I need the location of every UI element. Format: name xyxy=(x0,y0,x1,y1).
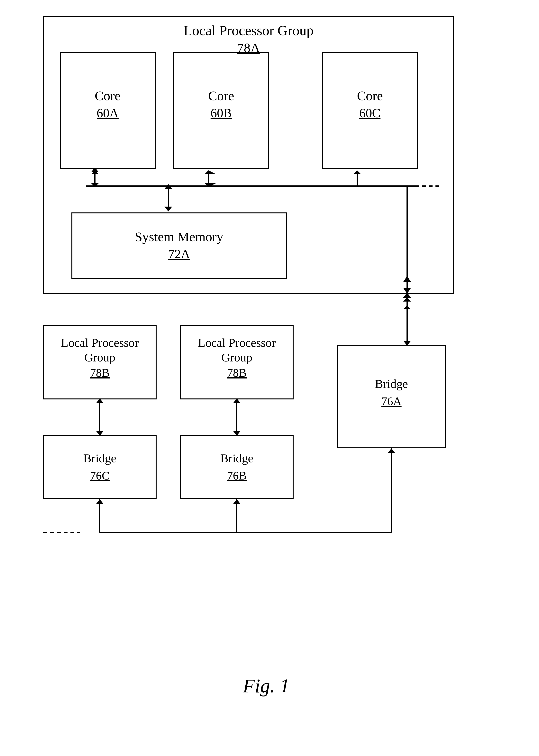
bridge-76c-label: Bridge xyxy=(44,451,156,465)
sys-mem-72a-number: 72A xyxy=(72,247,286,261)
bridge-76b-number: 76B xyxy=(181,469,293,482)
diagram-container: Local Processor Group 78A Core 60A Core … xyxy=(31,16,501,701)
core-60a-box: Core 60A xyxy=(60,52,156,169)
sys-mem-72a-box: System Memory 72A xyxy=(71,212,287,279)
figure-caption: Fig. 1 xyxy=(31,675,501,697)
sys-mem-72a-label: System Memory xyxy=(72,229,286,245)
svg-marker-27 xyxy=(403,297,411,301)
core-60c-box: Core 60C xyxy=(322,52,418,169)
lpg-78b-left-box: Local Processor Group 78B xyxy=(43,325,157,399)
core-60c-number: 60C xyxy=(323,106,417,121)
bridge-76b-box: Bridge 76B xyxy=(180,435,294,499)
lpg-78b-mid-number: 78B xyxy=(181,366,293,380)
bridge-76a-box: Bridge 76A xyxy=(337,345,446,449)
lpg-78b-mid-box: Local Processor Group 78B xyxy=(180,325,294,399)
core-60b-label: Core xyxy=(174,88,268,104)
bridge-76a-number: 76A xyxy=(338,394,445,408)
core-60c-label: Core xyxy=(323,88,417,104)
core-60a-label: Core xyxy=(61,88,155,104)
lpg-78b-left-label2: Group xyxy=(44,351,156,365)
core-60a-number: 60A xyxy=(61,106,155,121)
svg-marker-34 xyxy=(96,499,104,504)
svg-marker-26 xyxy=(403,305,411,309)
bridge-76a-label: Bridge xyxy=(338,377,445,391)
lpg-78a-label: Local Processor Group xyxy=(44,23,453,39)
bridge-76c-number: 76C xyxy=(44,469,156,482)
lpg-78a-box: Local Processor Group 78A Core 60A Core … xyxy=(43,16,454,294)
lpg-78b-mid-label2: Group xyxy=(181,351,293,365)
core-60b-number: 60B xyxy=(174,106,268,121)
bridge-76c-box: Bridge 76C xyxy=(43,435,157,499)
lpg-78b-left-label1: Local Processor xyxy=(44,336,156,350)
bridge-76b-label: Bridge xyxy=(181,451,293,465)
lpg-78b-left-number: 78B xyxy=(44,366,156,380)
svg-marker-36 xyxy=(233,499,241,504)
svg-marker-38 xyxy=(388,449,395,453)
lpg-78b-mid-label1: Local Processor xyxy=(181,336,293,350)
core-60b-box: Core 60B xyxy=(173,52,269,169)
